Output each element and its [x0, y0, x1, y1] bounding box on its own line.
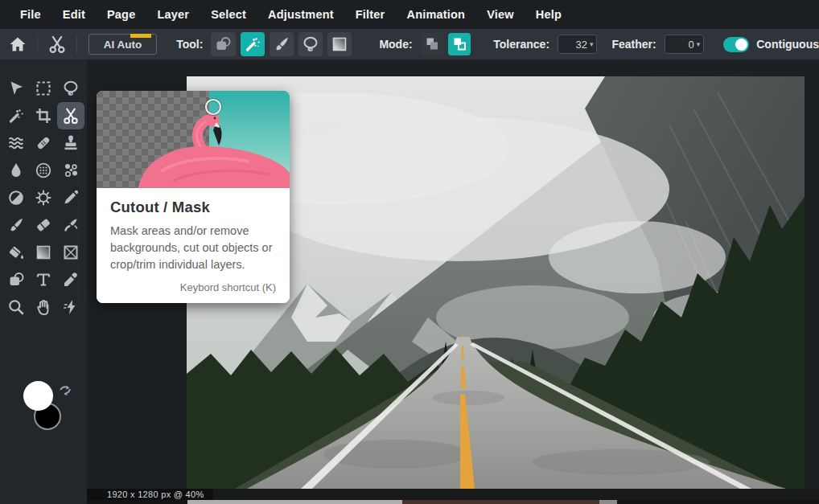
waves-icon [7, 134, 25, 152]
strip-segment [402, 500, 599, 504]
ai-auto-label: AI Auto [104, 39, 142, 51]
tool-smudge[interactable] [57, 211, 84, 239]
tool-gradient[interactable] [30, 239, 57, 266]
contiguous-toggle[interactable] [723, 37, 749, 52]
tool-color-picker[interactable] [57, 266, 84, 293]
swap-colors-icon[interactable] [56, 383, 74, 400]
cursor-icon [7, 80, 25, 97]
strip-segment [599, 500, 617, 504]
tool-option-gradient[interactable] [327, 32, 352, 56]
tool-zoom[interactable] [2, 293, 30, 321]
tooltip-title: Cutout / Mask [110, 199, 276, 216]
current-tool-indicator [44, 32, 70, 56]
menu-file[interactable]: File [20, 8, 41, 21]
strip-segment [187, 500, 402, 504]
tool-brush[interactable] [2, 211, 30, 239]
gradient-icon [35, 244, 52, 261]
sun-gear-icon [35, 189, 52, 207]
tool-option-magic-wand[interactable] [241, 32, 265, 56]
lasso-icon [302, 35, 319, 53]
dotted-circle-icon [35, 162, 52, 179]
menu-help[interactable]: Help [536, 8, 562, 21]
tool-liquify[interactable] [2, 129, 30, 157]
smudge-brush-icon [62, 216, 80, 234]
tool-eraser[interactable] [30, 211, 57, 239]
shape-select-icon [7, 271, 25, 289]
crop-icon [35, 107, 52, 125]
tool-shape-sticker[interactable] [57, 157, 84, 184]
tolerance-input[interactable]: 32 ▾ [558, 35, 597, 54]
tool-clone-stamp[interactable] [57, 129, 84, 157]
shape-select-icon [214, 35, 232, 53]
mode-subtract-button[interactable] [421, 33, 443, 55]
mode-add-button[interactable] [448, 33, 471, 55]
toolbar-separator [76, 35, 77, 54]
tool-shape[interactable] [2, 266, 30, 293]
menu-animation[interactable]: Animation [406, 8, 465, 21]
tool-option-lasso[interactable] [298, 32, 323, 56]
paint-bucket-icon [7, 244, 25, 261]
bottom-edge-strip [87, 500, 819, 504]
menu-page[interactable]: Page [107, 8, 135, 21]
brush-icon [273, 35, 290, 53]
scissors-icon [47, 35, 67, 54]
tool-blur-sharpen[interactable] [2, 157, 30, 184]
tool-option-brush[interactable] [270, 32, 294, 56]
menu-layer[interactable]: Layer [157, 8, 189, 21]
tool-frame[interactable] [57, 239, 84, 266]
feather-input[interactable]: 0 ▾ [665, 35, 704, 54]
ai-auto-new-badge [130, 34, 151, 38]
marquee-icon [35, 80, 52, 97]
menu-select[interactable]: Select [211, 8, 246, 21]
tool-quick-actions[interactable] [57, 293, 84, 321]
mode-label: Mode: [379, 38, 412, 51]
tool-dodge-burn[interactable] [2, 184, 30, 211]
half-circle-icon [7, 189, 25, 207]
cutout-tooltip: Cutout / Mask Mask areas and/or remove b… [97, 91, 290, 303]
menu-filter[interactable]: Filter [356, 8, 385, 21]
contiguous-label: Contiguous [756, 38, 819, 51]
ai-auto-button[interactable]: AI Auto [88, 34, 157, 55]
tool-options-bar: AI Auto Tool: [0, 29, 819, 59]
menu-edit[interactable]: Edit [63, 8, 85, 21]
stamp-icon [62, 134, 80, 152]
tool-fill[interactable] [2, 239, 30, 266]
tooltip-shortcut: Keybord shortcut (K) [110, 281, 276, 293]
tool-sun-adjust[interactable] [30, 184, 57, 211]
tool-hand[interactable] [30, 293, 57, 321]
tool-halftone[interactable] [30, 157, 57, 184]
feather-value: 0 [688, 39, 693, 51]
tool-marquee-select[interactable] [30, 75, 57, 102]
toggle-knob [735, 39, 747, 51]
tool-magic-wand[interactable] [2, 102, 30, 129]
tooltip-description: Mask areas and/or remove backgrounds, cu… [110, 223, 276, 273]
add-mode-icon [451, 35, 468, 53]
status-bar: 1920 x 1280 px @ 40% [87, 489, 819, 500]
home-icon [9, 35, 27, 53]
lasso-icon [62, 80, 80, 97]
tool-text[interactable] [30, 266, 57, 293]
menu-view[interactable]: View [487, 8, 514, 21]
tool-lasso-select[interactable] [57, 75, 84, 102]
drop-icon [7, 162, 25, 179]
tool-arrange[interactable] [2, 75, 30, 102]
color-swatches [0, 378, 87, 438]
brush-icon [7, 216, 25, 234]
home-button[interactable] [5, 32, 31, 56]
tolerance-label: Tolerance: [493, 38, 549, 51]
tool-grid [0, 59, 87, 321]
tool-pen-draw[interactable] [57, 184, 84, 211]
tool-option-shape[interactable] [211, 32, 235, 56]
scissors-icon [62, 107, 80, 125]
tool-cutout-mask[interactable] [57, 102, 84, 129]
document-info: 1920 x 1280 px @ 40% [87, 489, 213, 500]
tool-crop[interactable] [30, 102, 57, 129]
chevron-down-icon: ▾ [697, 40, 701, 48]
menu-adjustment[interactable]: Adjustment [268, 8, 334, 21]
eyedropper-icon [62, 271, 80, 289]
text-icon [35, 271, 52, 289]
magic-wand-icon [244, 35, 261, 53]
foreground-color-swatch[interactable] [23, 381, 53, 411]
tool-sidebar [0, 59, 87, 504]
tool-heal[interactable] [30, 129, 57, 157]
